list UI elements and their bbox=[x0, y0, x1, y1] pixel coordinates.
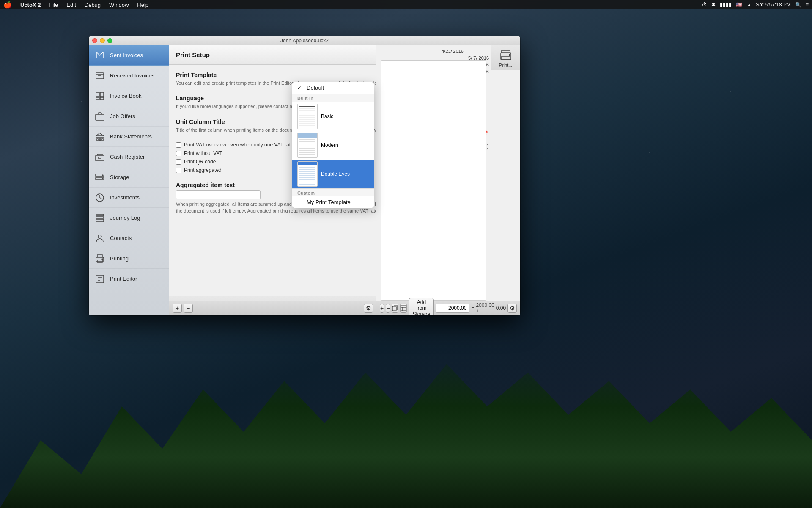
svg-point-13 bbox=[102, 175, 103, 176]
received-invoices-icon bbox=[94, 70, 106, 82]
my-print-template-label: My Print Template bbox=[307, 199, 351, 205]
dropdown-modern[interactable]: Modern bbox=[292, 131, 374, 160]
remove-row-button[interactable]: − bbox=[386, 304, 390, 313]
modern-thumbnail bbox=[297, 133, 318, 158]
bank-statements-icon bbox=[94, 131, 106, 143]
table-view-button[interactable] bbox=[400, 304, 407, 313]
menu-file[interactable]: File bbox=[47, 2, 60, 8]
sent-invoices-icon bbox=[94, 50, 106, 61]
document-area bbox=[381, 60, 486, 301]
svg-rect-10 bbox=[99, 157, 101, 159]
checkbox-no-vat-label: Print without VAT bbox=[184, 150, 222, 156]
svg-rect-8 bbox=[102, 139, 103, 141]
dropdown-group-custom: Custom bbox=[292, 188, 374, 196]
sidebar-item-contacts[interactable]: Contacts bbox=[89, 228, 169, 248]
sidebar-item-storage[interactable]: Storage bbox=[89, 167, 169, 188]
sidebar-item-printing[interactable]: Printing bbox=[89, 248, 169, 269]
storage-label: Storage bbox=[110, 174, 129, 180]
svg-rect-6 bbox=[97, 139, 98, 141]
print-button[interactable]: Print... bbox=[497, 48, 514, 68]
aggregated-text-input[interactable] bbox=[176, 190, 261, 199]
basic-thumbnail bbox=[297, 104, 318, 129]
sidebar-item-job-offers[interactable]: Job Offers bbox=[89, 106, 169, 127]
amount-input-1[interactable] bbox=[436, 304, 469, 313]
sidebar-item-cash-register[interactable]: Cash Register bbox=[89, 147, 169, 167]
menu-bar: 🍎 UctoX 2 File Edit Debug Window Help ⏱ … bbox=[0, 0, 812, 9]
print-btn-label: Print... bbox=[499, 63, 513, 68]
menu-window[interactable]: Window bbox=[107, 2, 130, 8]
close-button[interactable] bbox=[92, 38, 97, 43]
svg-point-19 bbox=[102, 259, 103, 260]
modern-label: Modern bbox=[321, 142, 370, 148]
lines-icon[interactable]: ≡ bbox=[806, 2, 809, 8]
gear-button-footer[interactable]: ⚙ bbox=[364, 304, 373, 313]
svg-point-14 bbox=[102, 178, 103, 179]
svg-point-23 bbox=[509, 55, 510, 56]
svg-rect-7 bbox=[99, 139, 101, 141]
app-name[interactable]: UctoX 2 bbox=[19, 2, 42, 8]
menu-debug[interactable]: Debug bbox=[83, 2, 102, 8]
dropdown-default[interactable]: ✓ Default bbox=[292, 82, 374, 94]
menu-edit[interactable]: Edit bbox=[65, 2, 77, 8]
bottom-toolbar: + − Add from Storage = bbox=[376, 301, 520, 315]
add-button-footer[interactable]: + bbox=[173, 304, 182, 313]
investments-icon bbox=[94, 192, 106, 204]
add-row-button[interactable]: + bbox=[380, 304, 384, 313]
menu-datetime: Sat 5:57:18 PM bbox=[756, 2, 791, 8]
sidebar-item-journey-log[interactable]: Journey Log bbox=[89, 208, 169, 228]
add-from-storage-button[interactable]: Add from Storage bbox=[409, 298, 434, 315]
invoice-book-label: Invoice Book bbox=[110, 93, 141, 99]
bluetooth-icon: ✱ bbox=[711, 2, 716, 8]
storage-icon bbox=[94, 171, 106, 183]
sidebar-item-print-editor[interactable]: Print Editor bbox=[89, 269, 169, 289]
checkbox-vat-overview[interactable] bbox=[176, 142, 181, 148]
window-title: John Appleseed.ucx2 bbox=[280, 38, 329, 44]
printer-icon bbox=[497, 48, 514, 63]
checkbox-qr-code[interactable] bbox=[176, 159, 181, 165]
search-icon[interactable]: 🔍 bbox=[795, 2, 801, 8]
maximize-button[interactable] bbox=[107, 38, 112, 43]
checkbox-qr-code-label: Print QR code bbox=[184, 159, 216, 165]
apple-menu-icon[interactable]: 🍎 bbox=[3, 1, 12, 9]
print-setup-title: Print Setup bbox=[176, 51, 210, 58]
amount-display: 2000.00 + bbox=[476, 302, 494, 314]
duplicate-icon bbox=[392, 305, 398, 311]
job-offers-label: Job Offers bbox=[110, 113, 135, 119]
minimize-button[interactable] bbox=[100, 38, 105, 43]
double-eyes-thumbnail bbox=[297, 161, 318, 187]
sidebar: Sent Invoices Received Invoices bbox=[89, 45, 169, 315]
svg-rect-22 bbox=[502, 56, 510, 60]
svg-rect-9 bbox=[96, 155, 104, 161]
dropdown-basic[interactable]: Basic bbox=[292, 102, 374, 131]
sidebar-item-investments[interactable]: Investments bbox=[89, 188, 169, 208]
dropdown-my-print-template[interactable]: My Print Template bbox=[292, 196, 374, 208]
invoice-book-icon bbox=[94, 90, 106, 102]
sidebar-item-invoice-book[interactable]: Invoice Book bbox=[89, 86, 169, 106]
cash-register-icon bbox=[94, 151, 106, 163]
sidebar-item-received-invoices[interactable]: Received Invoices bbox=[89, 66, 169, 86]
bank-statements-label: Bank Statements bbox=[110, 133, 152, 140]
dropdown-double-eyes[interactable]: Double Eyes bbox=[292, 160, 374, 188]
wifi-icon: ▲ bbox=[746, 2, 752, 8]
menu-help[interactable]: Help bbox=[135, 2, 150, 8]
duplicate-button[interactable] bbox=[392, 304, 398, 313]
table-icon bbox=[401, 305, 406, 311]
journey-log-label: Journey Log bbox=[110, 215, 140, 221]
remove-button-footer[interactable]: − bbox=[184, 304, 193, 313]
sidebar-item-bank-statements[interactable]: Bank Statements bbox=[89, 127, 169, 147]
dropdown-group-builtin: Built-in bbox=[292, 94, 374, 102]
default-label: Default bbox=[307, 85, 324, 91]
checkbox-aggregated[interactable] bbox=[176, 168, 181, 173]
sidebar-item-sent-invoices[interactable]: Sent Invoices bbox=[89, 45, 169, 66]
cash-register-label: Cash Register bbox=[110, 154, 145, 160]
basic-label: Basic bbox=[321, 113, 370, 119]
gear-button[interactable]: ⚙ bbox=[508, 304, 517, 313]
print-template-dropdown[interactable]: ✓ Default Built-in Basic Modern Double E… bbox=[292, 82, 374, 208]
amount-extra: 0.00 bbox=[496, 305, 506, 311]
svg-rect-25 bbox=[401, 306, 406, 311]
double-eyes-label: Double Eyes bbox=[321, 171, 370, 177]
print-editor-label: Print Editor bbox=[110, 276, 137, 282]
date-row-1: 4/23/ 2016 bbox=[442, 49, 489, 54]
date-1: 4/23/ 2016 bbox=[442, 49, 464, 54]
checkbox-no-vat[interactable] bbox=[176, 151, 181, 156]
